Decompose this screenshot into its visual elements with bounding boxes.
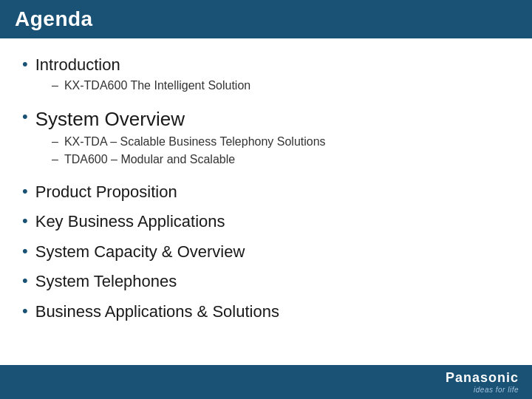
sub-bullets-system-overview: – KX-TDA – Scalable Business Telephony S… — [52, 134, 510, 168]
slide-content: • Introduction – KX-TDA600 The Intellige… — [0, 38, 532, 365]
brand-name: Panasonic — [446, 370, 519, 386]
bullet-system-overview: • System Overview — [22, 107, 510, 132]
sub-bullet-text-system-overview-1: KX-TDA – Scalable Business Telephony Sol… — [64, 134, 326, 150]
bullet-system-telephones: • System Telephones — [22, 271, 510, 293]
bullet-label-system-capacity: System Capacity & Overview — [35, 242, 245, 263]
sub-bullet-item: – KX-TDA – Scalable Business Telephony S… — [52, 134, 510, 150]
slide-title: Agenda — [15, 7, 93, 31]
bullet-dot-introduction: • — [22, 56, 28, 72]
sub-bullet-dash: – — [52, 78, 58, 94]
bullet-system-capacity: • System Capacity & Overview — [22, 242, 510, 263]
slide: Agenda • Introduction – KX-TDA600 The In… — [0, 0, 532, 399]
bullet-introduction: • Introduction — [22, 55, 510, 76]
sub-bullet-item: – KX-TDA600 The Intelligent Solution — [52, 78, 510, 94]
bullet-dot-system-overview: • — [22, 109, 28, 125]
bullet-dot-business-applications: • — [22, 303, 28, 319]
sub-bullet-dash: – — [52, 134, 58, 150]
sub-bullet-item: – TDA600 – Modular and Scalable — [52, 151, 510, 168]
bullet-dot-key-business: • — [22, 213, 28, 229]
brand-box: Panasonic ideas for life — [446, 370, 519, 394]
bullet-label-product-proposition: Product Proposition — [35, 182, 177, 203]
brand-tagline: ideas for life — [474, 386, 519, 394]
bullet-label-key-business: Key Business Applications — [35, 211, 225, 233]
section-system-overview: • System Overview – KX-TDA – Scalable Bu… — [22, 107, 510, 171]
sub-bullet-dash: – — [52, 151, 58, 168]
slide-footer: Panasonic ideas for life — [0, 365, 532, 399]
bullet-product-proposition: • Product Proposition — [22, 182, 510, 203]
bullet-dot-system-telephones: • — [22, 273, 28, 289]
bullet-dot-product-proposition: • — [22, 183, 28, 200]
section-introduction: • Introduction – KX-TDA600 The Intellige… — [22, 55, 510, 97]
sub-bullet-text-introduction-1: KX-TDA600 The Intelligent Solution — [64, 78, 250, 94]
bullet-label-system-telephones: System Telephones — [35, 271, 177, 293]
bullet-label-system-overview: System Overview — [35, 107, 185, 132]
bullet-label-introduction: Introduction — [35, 55, 120, 76]
bullet-label-business-applications: Business Applications & Solutions — [35, 301, 279, 323]
bullet-dot-system-capacity: • — [22, 243, 28, 259]
bullet-business-applications: • Business Applications & Solutions — [22, 301, 510, 323]
sub-bullet-text-system-overview-2: TDA600 – Modular and Scalable — [64, 151, 235, 168]
slide-header: Agenda — [0, 0, 532, 38]
sub-bullets-introduction: – KX-TDA600 The Intelligent Solution — [52, 78, 510, 94]
bullet-key-business-applications: • Key Business Applications — [22, 211, 510, 233]
